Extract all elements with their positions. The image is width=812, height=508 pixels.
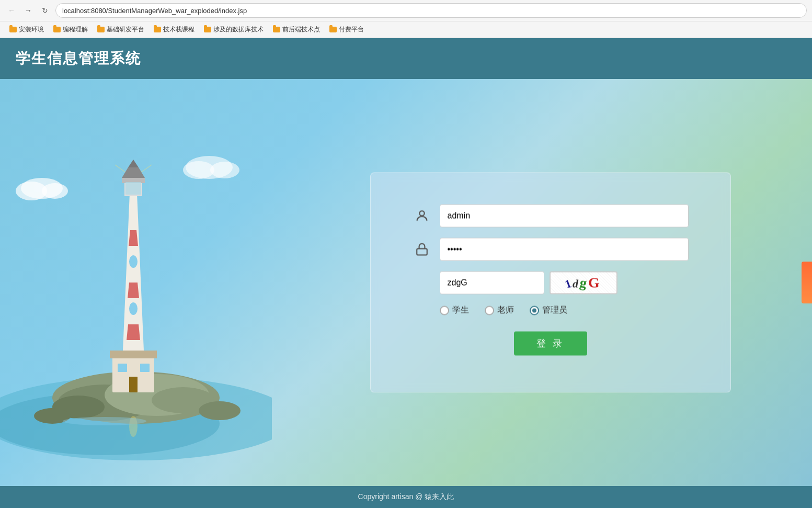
- svg-rect-11: [110, 351, 157, 358]
- svg-marker-28: [128, 160, 139, 167]
- svg-point-8: [199, 401, 241, 420]
- radio-teacher-circle[interactable]: [485, 306, 494, 315]
- folder-icon: [204, 27, 211, 32]
- svg-point-37: [419, 211, 424, 216]
- role-student-label: 学生: [452, 305, 469, 316]
- svg-marker-27: [122, 167, 145, 178]
- username-input[interactable]: [440, 205, 689, 228]
- bookmark-item[interactable]: 编程理解: [49, 24, 92, 36]
- bookmark-label: 技术栈课程: [163, 25, 195, 34]
- folder-icon: [97, 27, 105, 32]
- bookmark-label: 基础研发平台: [107, 25, 144, 34]
- svg-rect-14: [129, 377, 138, 392]
- app-header: 学生信息管理系统: [0, 38, 812, 79]
- browser-toolbar: ← → ↻: [0, 0, 812, 21]
- refresh-button[interactable]: ↻: [39, 4, 51, 17]
- username-row: [413, 205, 689, 228]
- bookmark-item[interactable]: 前后端技术点: [269, 24, 324, 36]
- password-input[interactable]: [440, 238, 689, 261]
- folder-icon: [273, 27, 280, 32]
- app-title: 学生信息管理系统: [16, 49, 796, 69]
- role-admin[interactable]: 管理员: [530, 305, 567, 316]
- role-admin-label: 管理员: [542, 305, 567, 316]
- browser-chrome: ← → ↻ 安装环境编程理解基础研发平台技术栈课程涉及的数据库技术前后端技术点付…: [0, 0, 812, 38]
- user-icon: [413, 207, 431, 225]
- lighthouse-illustration: [0, 79, 272, 486]
- bookmark-item[interactable]: 涉及的数据库技术: [200, 24, 268, 36]
- captcha-image[interactable]: 1dgG: [550, 272, 617, 295]
- folder-icon: [154, 27, 161, 32]
- folder-icon: [329, 27, 337, 32]
- lock-icon: [413, 240, 431, 259]
- app-footer: Copyright artisan @ 猿来入此: [0, 486, 812, 508]
- folder-icon: [53, 27, 61, 32]
- back-button[interactable]: ←: [5, 4, 18, 17]
- svg-marker-17: [128, 283, 139, 298]
- captcha-input[interactable]: [440, 272, 544, 295]
- role-radio-group: 学生 老师 管理员: [413, 305, 689, 316]
- lighthouse-container: [0, 79, 272, 486]
- bookmark-item[interactable]: 安装环境: [5, 24, 48, 36]
- svg-point-19: [129, 255, 138, 268]
- bookmark-label: 编程理解: [63, 25, 88, 34]
- svg-rect-12: [118, 364, 127, 372]
- svg-point-33: [183, 161, 214, 179]
- bookmark-label: 涉及的数据库技术: [213, 25, 264, 34]
- main-content: 1dgG 学生 老师 管理员 登 录: [0, 79, 812, 486]
- bookmarks-bar: 安装环境编程理解基础研发平台技术栈课程涉及的数据库技术前后端技术点付费平台: [0, 21, 812, 38]
- bookmark-item[interactable]: 技术栈课程: [150, 24, 199, 36]
- folder-icon: [9, 27, 17, 32]
- bookmark-label: 前后端技术点: [282, 25, 320, 34]
- svg-rect-13: [140, 364, 150, 372]
- svg-point-20: [129, 302, 138, 315]
- svg-rect-23: [125, 182, 141, 195]
- svg-point-34: [210, 162, 239, 178]
- login-panel: 1dgG 学生 老师 管理员 登 录: [370, 173, 731, 393]
- side-decoration: [802, 262, 812, 303]
- copyright-text: Copyright artisan @ 猿来入此: [358, 492, 454, 501]
- role-teacher[interactable]: 老师: [485, 305, 514, 316]
- address-bar[interactable]: [55, 3, 807, 18]
- bookmark-label: 付费平台: [339, 25, 364, 34]
- login-button[interactable]: 登 录: [514, 332, 587, 356]
- radio-admin-circle[interactable]: [530, 306, 539, 315]
- radio-student-circle[interactable]: [440, 306, 449, 315]
- captcha-row: 1dgG: [413, 272, 689, 295]
- bookmark-label: 安装环境: [19, 25, 44, 34]
- forward-button[interactable]: →: [22, 4, 35, 17]
- role-student[interactable]: 学生: [440, 305, 469, 316]
- svg-point-31: [42, 183, 68, 199]
- bookmark-item[interactable]: 基础研发平台: [93, 24, 148, 36]
- role-teacher-label: 老师: [497, 305, 514, 316]
- password-row: [413, 238, 689, 261]
- bookmark-item[interactable]: 付费平台: [325, 24, 368, 36]
- svg-marker-16: [129, 230, 138, 246]
- svg-marker-18: [127, 324, 140, 340]
- svg-point-36: [63, 417, 146, 425]
- svg-rect-38: [417, 249, 427, 255]
